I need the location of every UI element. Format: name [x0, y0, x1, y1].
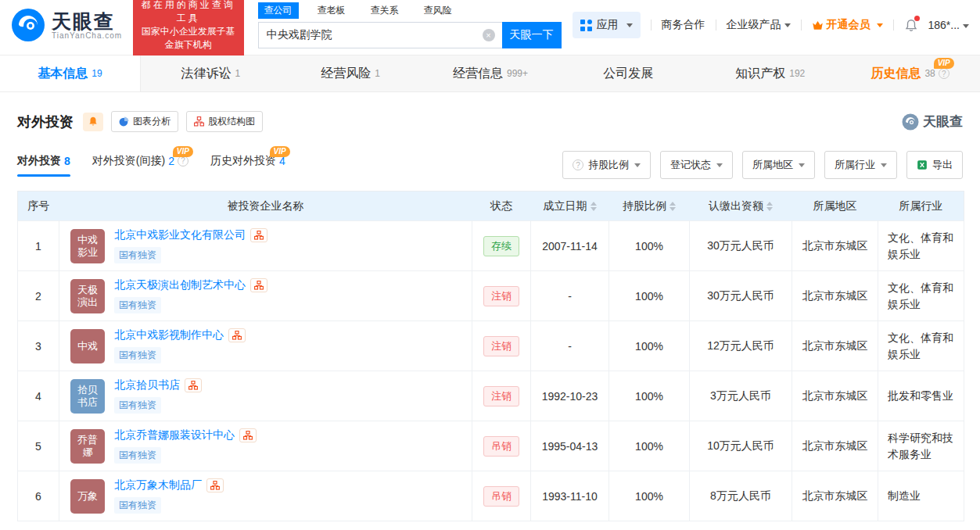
org-chart-icon	[254, 281, 264, 290]
company-name-line: 北京中戏影业文化有限公司	[114, 228, 267, 242]
tab-经营风险[interactable]: 经营风险1	[281, 56, 421, 91]
tab-label: 基本信息	[38, 66, 88, 82]
table-header-row: 序号被投资企业名称状态成立日期持股比例认缴出资额所属地区所属行业	[18, 192, 964, 221]
sort-icon[interactable]	[766, 202, 773, 211]
divider	[716, 20, 716, 30]
search-tab-查关系[interactable]: 查关系	[364, 2, 405, 19]
equity-structure-mini-button[interactable]	[206, 478, 224, 492]
filter-holding-ratio[interactable]: ? 持股比例	[562, 151, 651, 179]
investments-table: 序号被投资企业名称状态成立日期持股比例认缴出资额所属地区所属行业 1中戏影业北京…	[17, 191, 964, 521]
search-tab-查老板[interactable]: 查老板	[311, 2, 352, 19]
equity-structure-mini-button[interactable]	[185, 378, 202, 392]
search-input[interactable]	[258, 22, 502, 48]
subtab-对外投资(间接)[interactable]: 对外投资(间接)2?VIP	[92, 154, 188, 177]
chevron-down-icon	[963, 24, 969, 28]
nav-enterprise-products[interactable]: 企业级产品	[727, 18, 791, 32]
cell-status: 注销	[472, 321, 531, 371]
tab-基本信息[interactable]: 基本信息19	[0, 56, 141, 91]
company-info: 北京拾贝书店国有独资	[114, 378, 202, 414]
cell-date: 1995-04-13	[531, 421, 609, 471]
column-header-持股比例[interactable]: 持股比例	[609, 192, 690, 221]
company-name-link[interactable]: 北京万象木制品厂	[114, 478, 202, 492]
cell-region: 北京市东城区	[792, 421, 878, 471]
cell-company: 乔普娜北京乔普娜服装设计中心国有独资	[59, 421, 472, 471]
nav-business-cooperation[interactable]: 商务合作	[662, 18, 705, 32]
tab-经营信息[interactable]: 经营信息999+	[421, 56, 561, 91]
notifications-bell[interactable]	[904, 18, 918, 33]
tab-历史信息[interactable]: 历史信息38?VIP	[840, 56, 980, 91]
cell-date: -	[531, 321, 609, 371]
tianyancha-watermark: 天眼查	[902, 113, 963, 131]
logo[interactable]: 天眼查 TianYanCha.com	[11, 8, 122, 42]
apps-label: 应用	[597, 18, 619, 32]
tab-count: 1	[235, 68, 240, 79]
tab-count-wrap: 1	[235, 68, 240, 79]
investment-subtabs: 对外投资8对外投资(间接)2?VIP历史对外投资4VIP	[17, 154, 285, 177]
sort-icon[interactable]	[591, 202, 597, 211]
search-tab-查风险[interactable]: 查风险	[418, 2, 458, 19]
sort-icon[interactable]	[669, 202, 676, 211]
cell-amount: 8万元人民币	[690, 471, 792, 521]
company-name-link[interactable]: 北京天极演出创制艺术中心	[114, 278, 246, 292]
subtab-历史对外投资[interactable]: 历史对外投资4VIP	[210, 154, 285, 177]
subtab-对外投资[interactable]: 对外投资8	[17, 154, 70, 177]
column-header-inner: 序号	[27, 199, 49, 213]
cell-region: 北京市东城区	[792, 471, 878, 521]
apps-button[interactable]: 应用	[573, 12, 641, 38]
sort-up-arrow	[669, 202, 676, 206]
company-name-link[interactable]: 北京中戏影业文化有限公司	[114, 228, 246, 242]
filter-industry[interactable]: 所属行业	[824, 151, 897, 179]
chart-analysis-button[interactable]: 图表分析	[111, 111, 178, 132]
slogan-badge: 都在用的商业查询工具 国家中小企业发展子基金旗下机构	[133, 0, 243, 56]
company-name-line: 北京天极演出创制艺术中心	[114, 278, 267, 292]
search-area: 查公司查老板查关系查风险 × 天眼一下	[258, 2, 562, 48]
org-chart-icon	[254, 231, 264, 240]
avatar-line: 中戏	[77, 340, 98, 353]
cell-industry: 批发和零售业	[878, 371, 964, 421]
company-block: 乔普娜北京乔普娜服装设计中心国有独资	[70, 428, 461, 464]
equity-structure-mini-button[interactable]	[239, 428, 257, 442]
export-button[interactable]: 导出	[906, 151, 963, 179]
avatar-line: 万象	[77, 490, 98, 503]
filter-registration-status[interactable]: 登记状态	[660, 151, 733, 179]
cell-index: 1	[18, 221, 59, 271]
company-block: 中戏北京中戏影视制作中心国有独资	[70, 328, 461, 363]
search-tab-查公司[interactable]: 查公司	[258, 2, 299, 19]
company-tag: 国有独资	[114, 347, 161, 363]
clear-search-icon[interactable]: ×	[483, 29, 495, 41]
logo-subtitle: TianYanCha.com	[52, 31, 122, 40]
equity-structure-button[interactable]: 股权结构图	[186, 111, 263, 132]
tab-label: 法律诉讼	[181, 66, 231, 82]
company-tag: 国有独资	[114, 397, 161, 414]
tab-法律诉讼[interactable]: 法律诉讼1	[141, 56, 281, 91]
search-button[interactable]: 天眼一下	[502, 22, 562, 48]
subtab-count-wrap: 2?VIP	[168, 155, 188, 167]
company-name-link[interactable]: 北京拾贝书店	[114, 378, 180, 392]
monitor-bell-button[interactable]	[83, 113, 103, 131]
status-badge: 注销	[483, 336, 519, 356]
cell-date: 1993-11-10	[531, 471, 609, 521]
table-row: 6万象北京万象木制品厂国有独资吊销1993-11-10100%8万元人民币北京市…	[18, 471, 964, 521]
user-account[interactable]: 186*...	[928, 19, 969, 31]
equity-structure-mini-button[interactable]	[228, 328, 246, 342]
company-block: 中戏影业北京中戏影业文化有限公司国有独资	[70, 228, 461, 263]
column-header-label: 被投资企业名称	[228, 199, 304, 213]
cell-industry: 文化、体育和娱乐业	[878, 221, 964, 271]
top-navigation: 应用 商务合作 企业级产品 开通会员 186*...	[573, 12, 969, 38]
cell-index: 5	[18, 421, 59, 471]
filter-region[interactable]: 所属地区	[742, 151, 815, 179]
cell-amount: 12万元人民币	[690, 321, 792, 371]
equity-structure-mini-button[interactable]	[250, 228, 267, 242]
company-name-link[interactable]: 北京乔普娜服装设计中心	[114, 428, 235, 442]
tab-公司发展[interactable]: 公司发展	[560, 56, 700, 91]
column-header-成立日期[interactable]: 成立日期	[531, 192, 609, 221]
column-header-认缴出资额[interactable]: 认缴出资额	[690, 192, 792, 221]
cell-status: 吊销	[472, 471, 531, 521]
column-header-label: 认缴出资额	[709, 199, 763, 213]
cell-industry: 制造业	[878, 471, 964, 521]
tab-知识产权[interactable]: 知识产权192	[700, 56, 840, 91]
company-name-link[interactable]: 北京中戏影视制作中心	[114, 328, 224, 342]
open-membership-button[interactable]: 开通会员	[812, 18, 883, 32]
cell-amount: 30万元人民币	[690, 221, 792, 271]
equity-structure-mini-button[interactable]	[250, 278, 267, 292]
